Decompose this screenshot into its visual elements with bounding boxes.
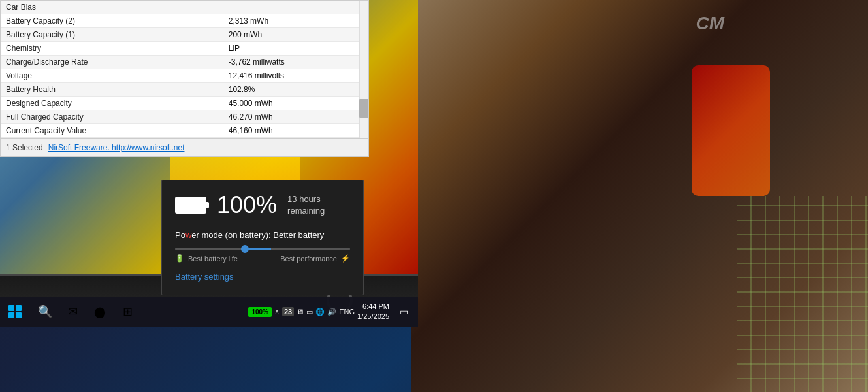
battery-settings-link[interactable]: Battery settings bbox=[175, 272, 350, 282]
slider-label-left: 🔋 Best battery life bbox=[175, 254, 238, 263]
slider-labels: 🔋 Best battery life Best performance ⚡ bbox=[175, 254, 350, 263]
power-slider-track[interactable] bbox=[175, 248, 350, 250]
row-label: Full Charged Capacity bbox=[1, 110, 216, 124]
row-value: 200 mWh bbox=[216, 28, 368, 42]
row-label: Car Bias bbox=[1, 1, 216, 14]
row-value: 12,416 millivolts bbox=[216, 69, 368, 83]
nirsoft-link[interactable]: NirSoft Freeware. http://www.nirsoft.net bbox=[48, 143, 185, 152]
power-slider-container[interactable]: 🔋 Best battery life Best performance ⚡ bbox=[175, 248, 350, 263]
row-value: 45,000 mWh bbox=[216, 97, 368, 110]
row-label: Battery Capacity (1) bbox=[1, 28, 216, 42]
table-row: ChemistryLiP bbox=[1, 42, 368, 56]
cm-logo-text: CM bbox=[696, 13, 724, 34]
power-red-dot: w bbox=[185, 230, 191, 240]
battery-time-block: 13 hours remaining bbox=[287, 193, 325, 217]
scrollbar-thumb[interactable] bbox=[359, 99, 368, 118]
taskbar: 🔍 ✉ ⬤ ⊞ 100% ∧ 23 🖥 ▭ 🌐 🔊 ENG 6:44 PM 1/… bbox=[0, 297, 418, 327]
table-row: Car Bias bbox=[1, 1, 368, 14]
taskbar-clock[interactable]: 6:44 PM 1/25/2025 bbox=[357, 302, 389, 322]
battery-icon bbox=[175, 197, 206, 214]
table-row: Battery Health102.8% bbox=[1, 83, 368, 97]
tray-wifi-number: 23 bbox=[282, 307, 294, 316]
table-row: Full Charged Capacity46,270 mWh bbox=[1, 110, 368, 124]
tray-chevron[interactable]: ∧ bbox=[274, 308, 280, 316]
table-row: Charge/Discharge Rate-3,762 milliwatts bbox=[1, 56, 368, 69]
battery-flyout-header: 100% 13 hours remaining bbox=[175, 193, 350, 217]
tray-globe-icon: 🌐 bbox=[315, 308, 325, 316]
panel-scrollbar[interactable] bbox=[359, 1, 368, 138]
chrome-taskbar-icon[interactable]: ⬤ bbox=[88, 299, 112, 324]
photo-background-right: CM bbox=[411, 0, 868, 392]
battery-info-panel: Car BiasBattery Capacity (2)2,313 mWhBat… bbox=[0, 0, 369, 157]
battery-tray-indicator[interactable]: 100% bbox=[248, 307, 272, 317]
system-tray: 100% ∧ 23 🖥 ▭ 🌐 🔊 ENG 6:44 PM 1/25/2025 … bbox=[248, 300, 418, 323]
clock-time: 6:44 PM bbox=[357, 302, 389, 312]
panel-status-bar: 1 Selected NirSoft Freeware. http://www.… bbox=[1, 138, 368, 156]
row-value: LiP bbox=[216, 42, 368, 56]
notification-icon[interactable]: ▭ bbox=[392, 300, 415, 323]
battery-flyout: 100% 13 hours remaining Power mode (on b… bbox=[161, 180, 364, 295]
row-value: -3,762 milliwatts bbox=[216, 56, 368, 69]
battery-data-table: Car BiasBattery Capacity (2)2,313 mWhBat… bbox=[1, 1, 368, 157]
mail-taskbar-icon[interactable]: ✉ bbox=[60, 299, 85, 324]
photo-green-grid bbox=[737, 196, 868, 392]
battery-life-icon: 🔋 bbox=[175, 254, 184, 263]
table-row: Battery Capacity (1)200 mWh bbox=[1, 28, 368, 42]
power-text-prefix: Po bbox=[175, 230, 185, 240]
row-label: Current Capacity Value bbox=[1, 124, 216, 138]
row-value: 46,270 mWh bbox=[216, 110, 368, 124]
laptop-screen: Car BiasBattery Capacity (2)2,313 mWhBat… bbox=[0, 0, 418, 327]
power-text-suffix: er mode (on battery): Better battery bbox=[191, 230, 324, 240]
battery-percentage: 100% bbox=[217, 193, 277, 217]
performance-label: Best performance bbox=[280, 255, 337, 263]
selected-count: 1 Selected bbox=[6, 143, 43, 152]
tray-virtual-desktop-icon: 🖥 bbox=[297, 308, 304, 316]
battery-percentage-block: 100% bbox=[217, 193, 277, 217]
row-label: Chemistry bbox=[1, 42, 216, 56]
performance-icon: ⚡ bbox=[341, 254, 350, 263]
battery-life-label: Best battery life bbox=[188, 255, 238, 263]
power-mode-label: Power mode (on battery): Better battery bbox=[175, 230, 350, 240]
table-row: Current Capacity Value46,160 mWh bbox=[1, 124, 368, 138]
battery-time-label: 13 hours bbox=[287, 193, 325, 205]
row-value: 102.8% bbox=[216, 83, 368, 97]
table-row: Designed Capacity45,000 mWh bbox=[1, 97, 368, 110]
slider-label-right: Best performance ⚡ bbox=[280, 254, 350, 263]
row-label: Voltage bbox=[1, 69, 216, 83]
taskbar-icons-group: 🔍 ✉ ⬤ ⊞ bbox=[30, 299, 142, 324]
battery-icon-container bbox=[175, 197, 206, 214]
search-taskbar-icon[interactable]: 🔍 bbox=[33, 299, 57, 324]
clock-date: 1/25/2025 bbox=[357, 312, 389, 321]
row-value: 2,313 mWh bbox=[216, 14, 368, 28]
windows-logo bbox=[8, 305, 22, 318]
row-label: Charge/Discharge Rate bbox=[1, 56, 216, 69]
tray-language: ENG bbox=[339, 308, 355, 316]
power-slider-thumb[interactable] bbox=[241, 245, 249, 253]
row-value bbox=[216, 1, 368, 14]
battery-time-sub: remaining bbox=[287, 205, 325, 217]
start-button[interactable] bbox=[0, 297, 30, 327]
row-label: Designed Capacity bbox=[1, 97, 216, 110]
table-row: Voltage12,416 millivolts bbox=[1, 69, 368, 83]
office-taskbar-icon[interactable]: ⊞ bbox=[115, 299, 140, 324]
photo-plastic-items bbox=[692, 65, 770, 196]
table-row: Battery Capacity (2)2,313 mWh bbox=[1, 14, 368, 28]
row-label: Battery Health bbox=[1, 83, 216, 97]
tray-battery-icon: ▭ bbox=[306, 308, 313, 316]
row-label: Battery Capacity (2) bbox=[1, 14, 216, 28]
row-value: 46,160 mWh bbox=[216, 124, 368, 138]
tray-volume-icon: 🔊 bbox=[327, 308, 336, 316]
